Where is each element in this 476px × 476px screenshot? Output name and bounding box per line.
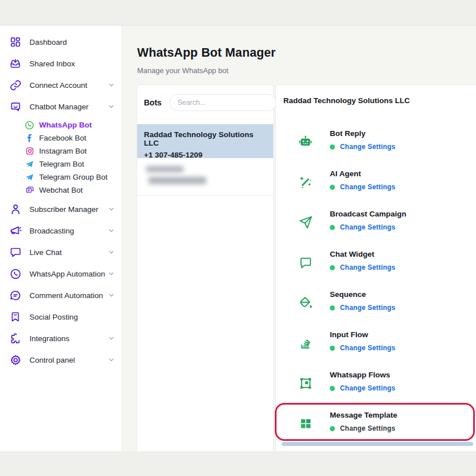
chevron-down-icon[interactable]	[108, 82, 115, 89]
sidebar-subitem-whatsapp-bot[interactable]: WhatsApp Bot	[0, 118, 122, 131]
feature-title: Whatsapp Flows	[330, 371, 396, 379]
robot-chat-icon	[9, 100, 22, 113]
status-dot	[330, 386, 335, 391]
instagram-icon	[25, 147, 34, 156]
feature-title: Bot Reply	[330, 129, 396, 138]
feature-broadcast-campaign: Broadcast Campaign Change Settings	[276, 209, 476, 235]
sidebar-subitem-telegram-bot[interactable]: Telegram Bot	[0, 158, 122, 171]
sidebar-item-integrations[interactable]: Integrations	[0, 328, 122, 349]
phone-circle-icon	[9, 267, 22, 280]
sidebar-subitem-webchat-bot[interactable]: Webchat Bot	[0, 184, 122, 197]
sidebar-item-label: Broadcasting	[29, 227, 74, 235]
change-settings-label: Change Settings	[340, 304, 396, 312]
sidebar-subitem-instagram-bot[interactable]: Instagram Bot	[0, 144, 122, 158]
feature-ai-agent: AI Agent Change Settings	[276, 169, 476, 195]
sidebar-subitem-label: Telegram Bot	[39, 160, 84, 168]
telegram-icon	[25, 160, 34, 169]
change-settings-link[interactable]: Change Settings	[330, 183, 396, 191]
bot-detail-title: Raddad Technology Solutions LLC	[283, 96, 410, 105]
sidebar-item-whatsapp-automation[interactable]: WhatsApp Automation	[0, 263, 122, 284]
change-settings-link[interactable]: Change Settings	[330, 304, 396, 312]
sidebar-subitem-facebook-bot[interactable]: Facebook Bot	[0, 131, 122, 144]
sidebar-item-label: Control panel	[29, 356, 75, 364]
bots-search-input[interactable]	[169, 94, 277, 111]
change-settings-label: Change Settings	[340, 424, 396, 432]
chevron-down-icon[interactable]	[108, 227, 115, 235]
sidebar-item-broadcasting[interactable]: Broadcasting	[0, 220, 122, 241]
redacted-bot-phone	[148, 177, 206, 184]
bookmark-icon	[9, 311, 22, 323]
change-settings-link[interactable]: Change Settings	[330, 264, 396, 271]
feature-input-flow: Input Flow Change Settings	[276, 330, 476, 356]
sidebar-subitem-telegram-group-bot[interactable]: Telegram Group Bot	[0, 171, 122, 184]
change-settings-link[interactable]: Change Settings	[330, 384, 396, 392]
facebook-icon	[25, 134, 34, 143]
feature-title: Chat Widget	[330, 250, 396, 258]
page-subtitle: Manage your WhatsApp bot	[137, 66, 228, 75]
chevron-down-icon[interactable]	[108, 356, 115, 364]
sidebar-item-shared-inbox[interactable]: Shared Inbox	[0, 53, 122, 74]
template-grid-icon	[298, 416, 313, 431]
change-settings-link[interactable]: Change Settings	[330, 143, 396, 151]
horizontal-scrollbar[interactable]	[282, 442, 473, 446]
chevron-down-icon[interactable]	[108, 103, 115, 110]
sidebar-item-chatbot-manager[interactable]: Chatbot Manager	[0, 96, 122, 117]
feature-list: Bot Reply Change Settings AI Agent	[276, 129, 476, 450]
change-settings-label: Change Settings	[340, 344, 396, 352]
chat-bubble-icon	[9, 246, 22, 258]
change-settings-link[interactable]: Change Settings	[330, 424, 397, 432]
sidebar-item-comment-automation[interactable]: Comment Automation	[0, 284, 122, 306]
status-dot	[330, 305, 335, 311]
feature-title: Message Template	[330, 411, 397, 419]
main-content: WhatsApp Bot Manager Manage your WhatsAp…	[122, 26, 476, 451]
chevron-down-icon[interactable]	[108, 335, 115, 342]
link-icon	[9, 79, 22, 91]
status-dot	[330, 265, 335, 270]
sidebar-item-live-chat[interactable]: Live Chat	[0, 241, 122, 263]
bot-row-selected[interactable]: Raddad Technology Solutions LLC +1 307-4…	[137, 124, 273, 158]
dashboard-icon	[9, 36, 22, 48]
chevron-down-icon[interactable]	[108, 292, 115, 299]
sidebar-item-label: WhatsApp Automation	[29, 270, 105, 278]
sidebar: Dashboard Shared Inbox Connect Account C…	[0, 26, 122, 451]
app-window: Dashboard Shared Inbox Connect Account C…	[0, 25, 476, 450]
chevron-down-icon[interactable]	[108, 270, 115, 278]
sidebar-item-social-posting[interactable]: Social Posting	[0, 306, 122, 328]
feature-chat-widget: Chat Widget Change Settings	[276, 249, 476, 275]
sidebar-subitem-label: Telegram Group Bot	[39, 173, 108, 181]
bot-row-redacted[interactable]	[137, 158, 273, 196]
feature-message-template: Message Template Change Settings	[276, 410, 476, 436]
person-icon	[9, 203, 22, 215]
feature-title: Input Flow	[330, 330, 396, 339]
change-settings-link[interactable]: Change Settings	[330, 344, 396, 352]
sidebar-item-label: Live Chat	[29, 248, 62, 257]
megaphone-icon	[9, 224, 22, 237]
feature-sequence: Sequence Change Settings	[276, 290, 476, 316]
change-settings-label: Change Settings	[340, 384, 396, 392]
sidebar-item-dashboard[interactable]: Dashboard	[0, 31, 122, 53]
status-dot	[330, 225, 335, 230]
chat-widget-icon	[298, 255, 313, 270]
flows-artboard-icon	[298, 376, 313, 390]
sidebar-item-control-panel[interactable]: Control panel	[0, 349, 122, 371]
feature-title: Broadcast Campaign	[330, 210, 406, 218]
page-title: WhatsApp Bot Manager	[137, 46, 275, 60]
sidebar-item-connect-account[interactable]: Connect Account	[0, 74, 122, 96]
inbox-icon	[9, 57, 22, 70]
chatbot-manager-submenu: WhatsApp Bot Facebook Bot Instagram Bot …	[0, 117, 122, 198]
sidebar-item-label: Subscriber Manager	[29, 205, 99, 214]
chevron-down-icon[interactable]	[108, 249, 115, 256]
sidebar-item-label: Social Posting	[29, 313, 78, 321]
change-settings-link[interactable]: Change Settings	[330, 223, 406, 231]
stack-icon	[298, 335, 313, 350]
comment-icon	[9, 289, 22, 301]
paint-bucket-icon	[298, 295, 313, 310]
sidebar-item-subscriber-manager[interactable]: Subscriber Manager	[0, 198, 122, 220]
whatsapp-icon	[25, 121, 34, 130]
magic-wand-icon	[298, 175, 313, 189]
change-settings-label: Change Settings	[340, 183, 396, 191]
feature-title: AI Agent	[330, 169, 396, 178]
sidebar-item-label: Connect Account	[29, 81, 87, 90]
sidebar-item-label: Chatbot Manager	[29, 103, 88, 111]
chevron-down-icon[interactable]	[108, 206, 115, 213]
